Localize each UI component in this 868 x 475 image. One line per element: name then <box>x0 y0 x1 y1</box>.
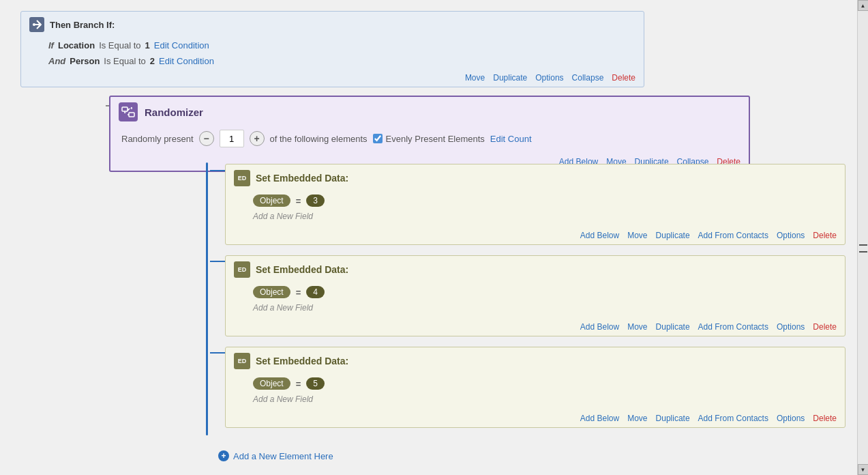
emb1-add-field-link[interactable]: Add a New Field <box>253 212 313 221</box>
emb2-arrow-line <box>210 261 225 262</box>
emb2-actions: Add Below Move Duplicate Add From Contac… <box>226 318 845 336</box>
scrollbar-handle <box>859 251 867 253</box>
emb1-obj-badge: Object <box>253 195 290 207</box>
svg-point-1 <box>38 23 41 26</box>
emb1-options-link[interactable]: Options <box>777 231 805 240</box>
emb3-add-field-link[interactable]: Add a New Field <box>253 394 313 404</box>
emb2-header: ED Set Embedded Data: <box>226 256 845 283</box>
branch-header: Then Branch If: <box>21 12 644 38</box>
add-new-element[interactable]: + Add a New Element Here <box>218 450 333 461</box>
branch-delete-link[interactable]: Delete <box>612 73 635 83</box>
evenly-present-label: Evenly Present Elements <box>386 134 485 144</box>
emb2-options-link[interactable]: Options <box>777 322 805 332</box>
emb3-actions: Add Below Move Duplicate Add From Contac… <box>226 409 845 427</box>
emb2-object-row: Object = 4 <box>253 286 834 298</box>
emb3-add-from-contacts-link[interactable]: Add From Contacts <box>698 414 768 423</box>
branch-icon <box>29 17 44 32</box>
emb2-add-field-link[interactable]: Add a New Field <box>253 303 313 313</box>
emb2-delete-link[interactable]: Delete <box>813 322 837 332</box>
count-plus-btn[interactable]: + <box>250 131 265 146</box>
embedded-block-3: ED Set Embedded Data: Object = 5 Add a N… <box>225 347 845 428</box>
embedded-block-2: ED Set Embedded Data: Object = 4 Add a N… <box>225 255 845 336</box>
condition-1: If Location Is Equal to 1 Edit Condition <box>21 38 644 53</box>
svg-point-0 <box>33 23 35 26</box>
cond2-op: Is Equal to <box>104 56 145 66</box>
emb3-add-below-link[interactable]: Add Below <box>580 414 619 423</box>
scroll-up-btn[interactable]: ▲ <box>858 0 869 11</box>
scrollbar[interactable]: ▲ ▼ <box>857 0 868 475</box>
ed3-icon-text: ED <box>238 358 247 364</box>
evenly-present-area: Evenly Present Elements <box>373 134 485 144</box>
emb2-obj-badge: Object <box>253 286 290 298</box>
ed1-icon: ED <box>234 170 250 186</box>
branch-move-link[interactable]: Move <box>465 73 485 83</box>
emb1-add-below-link[interactable]: Add Below <box>580 231 619 240</box>
randomizer-body: Randomly present − + of the following el… <box>110 127 749 153</box>
add-new-plus-icon: + <box>218 450 229 461</box>
branch-actions: Move Duplicate Options Collapse Delete <box>21 69 644 87</box>
embedded-block-1: ED Set Embedded Data: Object = 3 Add a N… <box>225 164 845 245</box>
cond1-edit-link[interactable]: Edit Condition <box>154 40 209 51</box>
svg-rect-3 <box>129 113 134 117</box>
cond2-edit-link[interactable]: Edit Condition <box>159 56 214 66</box>
emb2-duplicate-link[interactable]: Duplicate <box>656 322 690 332</box>
branch-block: Then Branch If: If Location Is Equal to … <box>20 11 644 87</box>
emb2-eq: = <box>296 287 301 298</box>
cond1-keyword: If <box>48 40 54 51</box>
emb1-delete-link[interactable]: Delete <box>813 231 837 240</box>
cond1-op: Is Equal to <box>99 40 140 51</box>
of-following-label: of the following elements <box>270 134 368 144</box>
cond2-val: 2 <box>150 56 155 66</box>
emb3-body: Object = 5 Add a New Field <box>226 375 845 409</box>
emb1-move-link[interactable]: Move <box>627 231 647 240</box>
cond2-keyword: And <box>48 56 65 66</box>
emb2-body: Object = 4 Add a New Field <box>226 283 845 318</box>
emb2-add-from-contacts-link[interactable]: Add From Contacts <box>698 322 768 332</box>
emb3-delete-link[interactable]: Delete <box>813 414 837 423</box>
ed2-icon-text: ED <box>238 266 247 273</box>
emb1-header: ED Set Embedded Data: <box>226 164 845 192</box>
blue-vertical-line <box>206 162 208 435</box>
emb2-move-link[interactable]: Move <box>627 322 647 332</box>
branch-options-link[interactable]: Options <box>535 73 563 83</box>
count-minus-btn[interactable]: − <box>199 131 214 146</box>
emb3-val-badge: 5 <box>306 377 325 390</box>
branch-title: Then Branch If: <box>50 20 115 30</box>
condition-2: And Person Is Equal to 2 Edit Condition <box>21 53 644 69</box>
emb3-title: Set Embedded Data: <box>256 356 348 366</box>
emb1-actions: Add Below Move Duplicate Add From Contac… <box>226 227 845 244</box>
emb1-eq: = <box>296 196 301 206</box>
emb2-val-badge: 4 <box>306 286 325 298</box>
count-input[interactable] <box>220 130 244 147</box>
evenly-present-checkbox[interactable] <box>373 134 383 143</box>
edit-count-link[interactable]: Edit Count <box>490 134 532 144</box>
scrollbar-minus-indicator <box>859 244 867 246</box>
svg-rect-2 <box>122 107 128 111</box>
emb3-move-link[interactable]: Move <box>627 414 647 423</box>
cond2-field: Person <box>70 56 100 66</box>
ed3-icon: ED <box>234 353 250 369</box>
emb1-add-from-contacts-link[interactable]: Add From Contacts <box>698 231 768 240</box>
ed1-icon-text: ED <box>238 175 247 182</box>
emb1-duplicate-link[interactable]: Duplicate <box>656 231 690 240</box>
emb3-eq: = <box>296 379 301 389</box>
emb3-obj-badge: Object <box>253 377 290 390</box>
emb3-options-link[interactable]: Options <box>777 414 805 423</box>
emb3-duplicate-link[interactable]: Duplicate <box>656 414 690 423</box>
emb3-header: ED Set Embedded Data: <box>226 347 845 375</box>
emb2-add-below-link[interactable]: Add Below <box>580 322 619 332</box>
ed2-icon: ED <box>234 261 250 278</box>
branch-duplicate-link[interactable]: Duplicate <box>493 73 527 83</box>
emb3-arrow-line <box>210 352 225 354</box>
emb1-title: Set Embedded Data: <box>256 173 348 184</box>
add-new-element-label: Add a New Element Here <box>233 451 333 461</box>
scroll-down-btn[interactable]: ▼ <box>858 464 869 475</box>
randomizer-block: Randomizer Randomly present − + of the f… <box>109 96 750 172</box>
randomizer-icon <box>119 102 138 121</box>
branch-collapse-link[interactable]: Collapse <box>572 73 604 83</box>
randomizer-title: Randomizer <box>145 106 203 118</box>
emb3-object-row: Object = 5 <box>253 377 834 390</box>
cond1-field: Location <box>58 40 95 51</box>
emb1-object-row: Object = 3 <box>253 195 834 207</box>
randomly-present-label: Randomly present <box>121 134 194 144</box>
